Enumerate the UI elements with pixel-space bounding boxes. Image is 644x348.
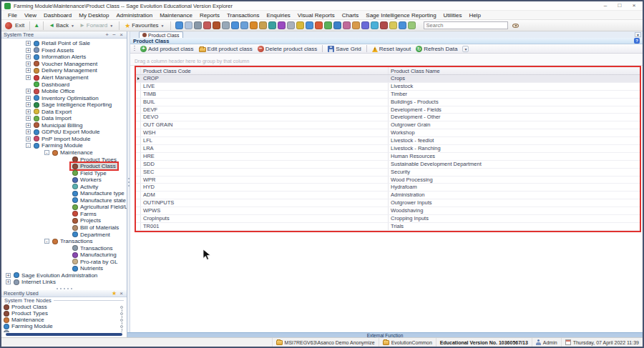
toolbar-overflow-dropdown[interactable]: ▼	[462, 46, 469, 52]
menu-maintenance[interactable]: Maintenance	[156, 12, 196, 19]
pin-icon[interactable]	[120, 312, 123, 315]
menu-view[interactable]: View	[21, 12, 40, 19]
pin-icon[interactable]	[120, 306, 123, 309]
tree-item-voucher-management[interactable]: +Voucher Management	[1, 61, 127, 68]
tree-item-gdpdu-export-module[interactable]: +GDPdU Export Module	[1, 129, 127, 136]
app-icon[interactable]	[315, 21, 323, 29]
tree-item-farms[interactable]: +Farms	[1, 211, 127, 218]
menu-enquiries[interactable]: Enquiries	[263, 12, 293, 19]
app-icon[interactable]	[203, 21, 211, 29]
expand-icon[interactable]: +	[26, 109, 31, 114]
menu-administration[interactable]: Administration	[112, 12, 156, 19]
refresh-data-button[interactable]: ↻Refresh Data	[414, 46, 459, 52]
close-button[interactable]: ×	[627, 1, 641, 10]
table-row[interactable]: LFLLivestock - feedlot	[136, 137, 640, 145]
menu-file[interactable]: File	[4, 12, 21, 19]
pin-icon[interactable]	[120, 319, 123, 322]
table-row[interactable]: HREHuman Resources	[136, 153, 640, 161]
expand-icon[interactable]: +	[26, 129, 31, 134]
tree-item-transactions[interactable]: +Transactions	[1, 244, 127, 252]
table-row[interactable]: DEVODevelopment - Other	[136, 114, 640, 121]
table-row[interactable]: LIVELivestock	[136, 83, 640, 91]
tree-item-farming-module[interactable]: -Farming Module	[1, 142, 127, 149]
table-row[interactable]: SDDSustainable Development Department	[136, 161, 640, 169]
tree-item-workers[interactable]: +Workers	[1, 177, 127, 184]
save-grid-button[interactable]: Save Grid	[326, 46, 363, 52]
app-icon[interactable]	[333, 21, 341, 29]
tree-item-inventory-optimisation[interactable]: +Inventory Optimisation	[1, 94, 127, 101]
tree-item-data-export[interactable]: +Data Export	[1, 108, 127, 115]
table-row[interactable]: OUTINPUTSOutgrower Inputs	[136, 199, 640, 207]
app-icon[interactable]	[361, 21, 369, 29]
menu-charts[interactable]: Charts	[338, 12, 363, 19]
table-row[interactable]: HYDHydrafoam	[136, 184, 640, 192]
tree-item-nutrients[interactable]: +Nutrients	[1, 265, 127, 272]
expand-icon[interactable]: +	[26, 68, 31, 73]
app-icon[interactable]	[408, 21, 416, 29]
tree-item-retail-point-of-sale[interactable]: +Retail Point of Sale	[1, 40, 127, 47]
expand-icon[interactable]: +	[26, 116, 31, 121]
app-icon[interactable]	[389, 21, 397, 29]
collapse-all-button[interactable]: −	[111, 31, 117, 38]
menu-transactions[interactable]: Transactions	[223, 12, 263, 19]
maximize-button[interactable]: □	[613, 1, 627, 10]
tree-item-product-class[interactable]: +Product Class	[1, 163, 127, 170]
menu-reports[interactable]: Reports	[196, 12, 223, 19]
app-icon[interactable]	[324, 21, 332, 29]
tab-list-dropdown[interactable]: ▼	[635, 32, 641, 37]
tree-item-maintenance[interactable]: -Maintenance	[1, 149, 127, 156]
expand-icon[interactable]: +	[26, 61, 31, 66]
expand-icon[interactable]: +	[26, 48, 31, 53]
app-icon[interactable]	[343, 21, 351, 29]
recently-used-item-farming-module[interactable]: Farming Module	[1, 323, 127, 329]
menu-my-desktop[interactable]: My Desktop	[75, 12, 112, 19]
expand-icon[interactable]: +	[26, 96, 31, 101]
tree-item-projects[interactable]: +Projects	[1, 217, 127, 224]
collapse-icon[interactable]: -	[26, 143, 31, 148]
table-row[interactable]: LRALivestock - Ranching	[136, 145, 640, 153]
tree-item-data-import[interactable]: +Data Import	[1, 115, 127, 122]
app-icon[interactable]	[185, 21, 192, 29]
table-row[interactable]: WPWSWoodshaving	[136, 207, 640, 215]
expand-icon[interactable]: +	[26, 136, 31, 141]
reset-layout-button[interactable]: !Reset layout	[371, 46, 412, 52]
close-panel-button[interactable]: ×	[118, 290, 125, 297]
tree-item-activity[interactable]: +Activity	[1, 183, 127, 190]
app-icon[interactable]	[268, 21, 276, 29]
pin-icon[interactable]	[120, 332, 123, 333]
table-row[interactable]: SECSecurity	[136, 169, 640, 177]
exit-button[interactable]: Exit	[4, 22, 26, 29]
app-icon[interactable]	[194, 21, 202, 29]
tree-item-mobile-office[interactable]: +Mobile Office	[1, 88, 127, 95]
tree-item-information-alerts[interactable]: +Information Alerts	[1, 54, 127, 61]
forward-button[interactable]: ► Forward ▼	[78, 22, 115, 29]
expand-icon[interactable]: +	[26, 75, 31, 80]
app-icon[interactable]	[175, 21, 183, 29]
table-row[interactable]: BUILBuildings - Products	[136, 99, 640, 106]
tree-item-product-types[interactable]: +Product Types	[1, 156, 127, 163]
column-header-code[interactable]: Product Class Code	[141, 67, 389, 74]
tree-item-municipal-billing[interactable]: +Municipal Billing	[1, 122, 127, 129]
recently-used-item-maintenance[interactable]: Maintenance	[1, 317, 127, 323]
tree-item-manufacture-type[interactable]: +Manufacture type	[1, 190, 127, 197]
table-row[interactable]: WPRWood Processing	[136, 177, 640, 184]
back-button[interactable]: ◄ Back ▼	[47, 22, 77, 29]
expand-icon[interactable]: +	[26, 123, 31, 128]
app-icon[interactable]	[222, 21, 230, 29]
tree-item-sage-intelligence-reporting[interactable]: +Sage Intelligence Reporting	[1, 101, 127, 109]
delete-product-class-button[interactable]: −Delete product class	[256, 46, 318, 52]
close-panel-button[interactable]: ×	[118, 31, 125, 38]
expand-icon[interactable]: +	[26, 41, 31, 46]
favourite-star-icon[interactable]: ★	[111, 290, 117, 297]
app-icon[interactable]	[399, 21, 406, 29]
tree-item-internet-links[interactable]: +Internet Links	[1, 279, 127, 286]
app-icon[interactable]	[240, 21, 248, 29]
table-row[interactable]: OUT GRAINOutgrower Grain	[136, 121, 640, 129]
table-row[interactable]: WSHWorkshop	[136, 129, 640, 137]
menu-visual-reports[interactable]: Visual Reports	[294, 12, 338, 19]
tree-item-sage-evolution-administration[interactable]: +Sage Evolution Administration	[1, 272, 127, 279]
table-row[interactable]: ADMAdministration	[136, 192, 640, 199]
app-icon[interactable]	[278, 21, 286, 29]
tree-item-pro-rata-by-gl[interactable]: +Pro-rata by GL	[1, 259, 127, 266]
recently-used-item-product-types[interactable]: Product Types	[1, 310, 127, 317]
